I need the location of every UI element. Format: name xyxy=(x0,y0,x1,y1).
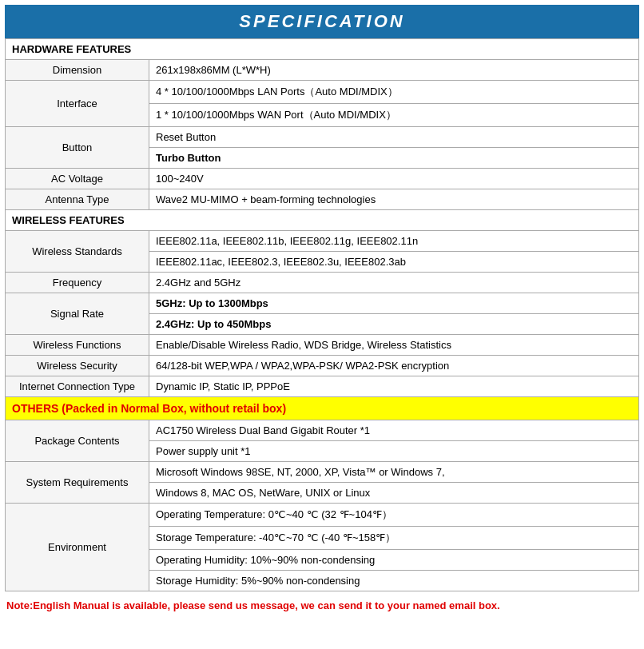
frequency-label: Frequency xyxy=(6,273,149,293)
functions-row: Wireless Functions Enable/Disable Wirele… xyxy=(6,335,639,356)
frequency-value: 2.4GHz and 5GHz xyxy=(149,273,639,293)
title-bar: SPECIFICATION xyxy=(5,5,639,38)
dimension-value: 261x198x86MM (L*W*H) xyxy=(149,60,639,81)
spec-table: HARDWARE FEATURES Dimension 261x198x86MM… xyxy=(5,38,639,591)
ac-voltage-row: AC Voltage 100~240V xyxy=(6,169,639,189)
package-label: Package Contents xyxy=(6,420,149,462)
security-row: Wireless Security 64/128-bit WEP,WPA / W… xyxy=(6,356,639,376)
standards-value1: IEEE802.11a, IEEE802.11b, IEEE802.11g, I… xyxy=(149,231,639,252)
dimension-row: Dimension 261x198x86MM (L*W*H) xyxy=(6,60,639,81)
connection-value: Dynamic IP, Static IP, PPPoE xyxy=(149,376,639,397)
environment-label: Environment xyxy=(6,504,149,591)
standards-label: Wireless Standards xyxy=(6,231,149,273)
env-value2: Storage Temperature: -40℃~70 ℃ (-40 ℉~15… xyxy=(149,527,639,550)
package-value2: Power supply unit *1 xyxy=(149,441,639,462)
hardware-header-row: HARDWARE FEATURES xyxy=(6,39,639,60)
antenna-label: Antenna Type xyxy=(6,189,149,210)
antenna-row: Antenna Type Wave2 MU-MIMO + beam-formin… xyxy=(6,189,639,210)
package-value1: AC1750 Wireless Dual Band Gigabit Router… xyxy=(149,420,639,441)
ac-voltage-value: 100~240V xyxy=(149,169,639,189)
ac-voltage-label: AC Voltage xyxy=(6,169,149,189)
functions-value: Enable/Disable Wireless Radio, WDS Bridg… xyxy=(149,335,639,356)
standards-value2: IEEE802.11ac, IEEE802.3, IEEE802.3u, IEE… xyxy=(149,252,639,273)
env-value3: Operating Humidity: 10%~90% non-condensi… xyxy=(149,550,639,571)
antenna-value: Wave2 MU-MIMO + beam-forming technologie… xyxy=(149,189,639,210)
page-container: SPECIFICATION HARDWARE FEATURES Dimensio… xyxy=(0,0,644,622)
connection-label: Internet Connection Type xyxy=(6,376,149,397)
functions-label: Wireless Functions xyxy=(6,335,149,356)
signal-rate-value1: 5GHz: Up to 1300Mbps xyxy=(149,293,639,314)
page-title: SPECIFICATION xyxy=(239,11,404,31)
env-row1: Environment Operating Temperature: 0℃~40… xyxy=(6,504,639,527)
signal-rate-label: Signal Rate xyxy=(6,293,149,335)
others-row: OTHERS (Packed in Normal Box, without re… xyxy=(6,397,639,420)
interface-value2: 1 * 10/100/1000Mbps WAN Port（Auto MDI/MD… xyxy=(149,104,639,127)
security-label: Wireless Security xyxy=(6,356,149,376)
note-text: Note:English Manual is available, please… xyxy=(6,599,500,611)
wireless-header: WIRELESS FEATURES xyxy=(6,210,639,231)
frequency-row: Frequency 2.4GHz and 5GHz xyxy=(6,273,639,293)
system-value1: Microsoft Windows 98SE, NT, 2000, XP, Vi… xyxy=(149,462,639,483)
hardware-header: HARDWARE FEATURES xyxy=(6,39,639,60)
system-label: System Requirements xyxy=(6,462,149,504)
button-row1: Button Reset Button xyxy=(6,127,639,148)
connection-row: Internet Connection Type Dynamic IP, Sta… xyxy=(6,376,639,397)
package-row1: Package Contents AC1750 Wireless Dual Ba… xyxy=(6,420,639,441)
interface-row1: Interface 4 * 10/100/1000Mbps LAN Ports（… xyxy=(6,81,639,104)
wireless-header-row: WIRELESS FEATURES xyxy=(6,210,639,231)
env-value1: Operating Temperature: 0℃~40 ℃ (32 ℉~104… xyxy=(149,504,639,527)
signal-rate-row1: Signal Rate 5GHz: Up to 1300Mbps xyxy=(6,293,639,314)
note-section: Note:English Manual is available, please… xyxy=(5,595,639,617)
interface-label: Interface xyxy=(6,81,149,127)
env-value4: Storage Humidity: 5%~90% non-condensing xyxy=(149,571,639,591)
system-value2: Windows 8, MAC OS, NetWare, UNIX or Linu… xyxy=(149,483,639,504)
standards-row1: Wireless Standards IEEE802.11a, IEEE802.… xyxy=(6,231,639,252)
signal-rate-value2: 2.4GHz: Up to 450Mbps xyxy=(149,314,639,335)
system-row1: System Requirements Microsoft Windows 98… xyxy=(6,462,639,483)
security-value: 64/128-bit WEP,WPA / WPA2,WPA-PSK/ WPA2-… xyxy=(149,356,639,376)
button-value2: Turbo Button xyxy=(149,148,639,169)
button-value1: Reset Button xyxy=(149,127,639,148)
dimension-label: Dimension xyxy=(6,60,149,81)
button-label: Button xyxy=(6,127,149,169)
interface-value1: 4 * 10/100/1000Mbps LAN Ports（Auto MDI/M… xyxy=(149,81,639,104)
others-label: OTHERS (Packed in Normal Box, without re… xyxy=(6,397,639,420)
